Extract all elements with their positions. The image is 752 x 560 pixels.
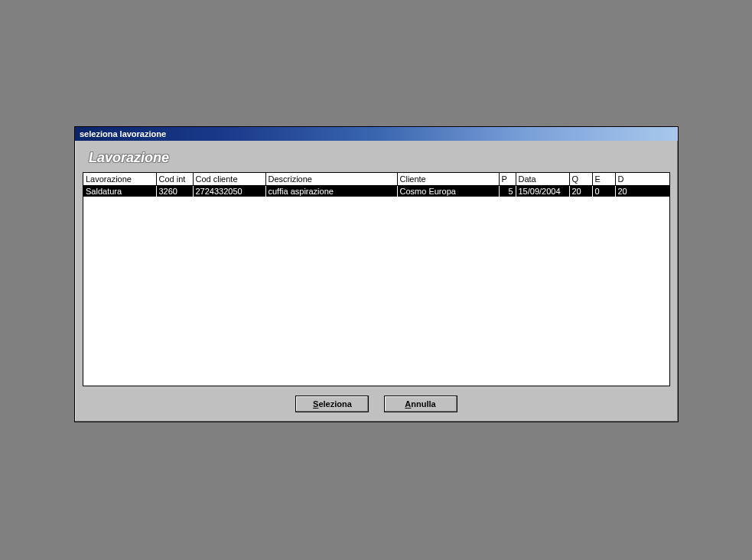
dialog-heading: Lavorazione	[83, 148, 670, 172]
col-header-lavorazione[interactable]: Lavorazione	[83, 173, 156, 185]
cell-cliente: Cosmo Europa	[397, 185, 499, 197]
col-header-data[interactable]: Data	[516, 173, 569, 185]
col-header-q[interactable]: Q	[569, 173, 592, 185]
col-header-descrizione[interactable]: Descrizione	[265, 173, 397, 185]
col-header-d[interactable]: D	[615, 173, 669, 185]
table-row[interactable]: Saldatura 3260 2724332050 cuffia aspiraz…	[83, 185, 669, 197]
col-header-e[interactable]: E	[592, 173, 615, 185]
data-grid[interactable]: Lavorazione Cod int Cod cliente Descrizi…	[83, 172, 670, 386]
window-title: seleziona lavorazione	[80, 129, 166, 138]
cancel-label: nnulla	[411, 399, 435, 409]
cancel-button[interactable]: Annulla	[384, 396, 457, 412]
button-row: Seleziona Annulla	[83, 386, 670, 412]
cell-data: 15/09/2004	[516, 185, 569, 197]
dialog-window: seleziona lavorazione Lavorazione Lavora…	[74, 126, 679, 422]
titlebar: seleziona lavorazione	[75, 127, 678, 141]
select-label: eleziona	[318, 399, 351, 409]
select-button[interactable]: Seleziona	[295, 396, 369, 412]
col-header-cod-cliente[interactable]: Cod cliente	[193, 173, 265, 185]
cell-cod-int: 3260	[156, 185, 193, 197]
dialog-content: Lavorazione Lavorazione Cod int Cod clie…	[75, 141, 678, 422]
cell-d: 20	[615, 185, 669, 197]
col-header-cliente[interactable]: Cliente	[397, 173, 499, 185]
table-header-row: Lavorazione Cod int Cod cliente Descrizi…	[83, 173, 669, 185]
cell-cod-cliente: 2724332050	[193, 185, 265, 197]
cell-e: 0	[592, 185, 615, 197]
cell-descrizione: cuffia aspirazione	[265, 185, 397, 197]
col-header-cod-int[interactable]: Cod int	[156, 173, 193, 185]
cell-p: 5	[499, 185, 516, 197]
col-header-p[interactable]: P	[499, 173, 516, 185]
cell-q: 20	[569, 185, 592, 197]
cell-lavorazione: Saldatura	[83, 185, 156, 197]
